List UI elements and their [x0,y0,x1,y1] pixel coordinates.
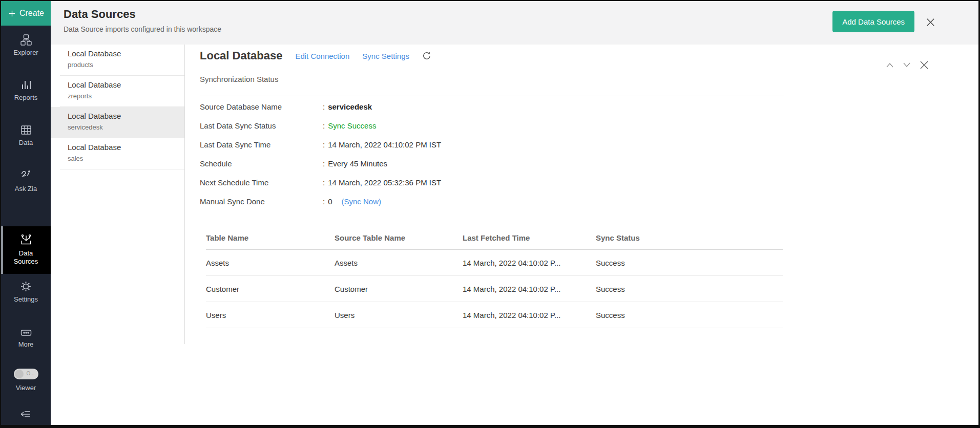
add-data-sources-button[interactable]: Add Data Sources [832,11,914,32]
cell-last-fetched-time: 14 March, 2022 04:10:02 P... [463,311,596,319]
close-icon [925,16,936,28]
sidebar-item-explorer[interactable]: Explorer [1,34,51,57]
refresh-icon[interactable] [422,51,431,61]
cell-table-name: Users [206,311,335,319]
detail-panel-controls [885,60,929,70]
edit-connection-link[interactable]: Edit Connection [295,52,349,60]
table-header-row: Table Name Source Table Name Last Fetche… [206,226,783,250]
field-label: Last Data Sync Time [200,140,323,149]
previous-source-button[interactable] [885,61,894,69]
viewer-label: Viewer [1,384,51,392]
field-label: Schedule [200,159,323,168]
create-label: Create [19,9,44,18]
app-window: Create Explorer Reports Data Ask Zia [0,0,980,428]
source-title: Local Database [68,80,184,89]
viewer-switch-block: O... Viewer [1,369,51,392]
sidebar-item-reports[interactable]: Reports [1,79,51,102]
reports-icon [1,79,51,91]
section-divider [200,96,784,96]
settings-icon [1,280,51,293]
toggle-knob [15,370,24,378]
page-subtitle: Data Source imports configured in this w… [64,25,221,33]
zia-icon [1,169,51,182]
field-label: Next Schedule Time [200,178,323,187]
collapse-sidebar-button[interactable] [1,409,51,420]
sidebar-item-label: Settings [1,295,51,304]
page-header: Data Sources Data Source imports configu… [51,1,978,45]
field-row: Last Data Sync Time : 14 March, 2022 04:… [200,135,441,154]
source-title: Local Database [68,49,184,58]
data-source-list-item[interactable]: Local Database zreports [51,76,184,107]
explorer-icon [1,34,51,46]
sync-now-link[interactable]: (Sync Now) [342,197,382,206]
cell-last-fetched-time: 14 March, 2022 04:10:02 P... [463,259,596,267]
sidebar-item-settings[interactable]: Settings [1,280,51,304]
field-label: Manual Sync Done [200,197,323,206]
tables-sync-table: Table Name Source Table Name Last Fetche… [206,226,783,328]
sync-status-fields: Source Database Name : servicedesk Last … [200,97,441,211]
data-source-list-item[interactable]: Local Database products [51,45,184,76]
field-row: Next Schedule Time : 14 March, 2022 05:3… [200,173,441,192]
cell-last-fetched-time: 14 March, 2022 04:10:02 P... [463,285,596,293]
sidebar-item-data-sources[interactable]: Data Sources [1,226,51,274]
create-button[interactable]: Create [1,1,51,26]
plus-icon [8,9,16,18]
column-header: Sync Status [596,233,783,242]
collapse-icon [19,409,33,420]
sync-settings-link[interactable]: Sync Settings [362,52,409,60]
sidebar-item-label: Data Sources [1,249,51,266]
field-value-text: servicedesk [328,102,372,111]
field-row: Schedule : Every 45 Minutes [200,154,441,173]
close-detail-button[interactable] [919,60,929,70]
field-value: : Every 45 Minutes [323,159,387,168]
data-source-list-item[interactable]: Local Database sales [51,138,184,169]
data-source-list-item[interactable]: Local Database servicedesk [51,107,184,138]
close-page-button[interactable] [925,16,936,28]
field-value-text: 0 [328,197,332,206]
source-subtitle: sales [68,155,184,162]
sidebar-item-label: Ask Zia [1,185,51,193]
source-subtitle: servicedesk [68,123,184,131]
data-sources-icon [1,233,51,247]
cell-sync-status: Success [596,259,783,267]
colon: : [323,178,325,187]
data-source-list: Local Database products Local Database z… [51,45,184,425]
field-label: Last Data Sync Status [200,121,323,130]
chevron-down-icon [902,61,911,69]
source-title: Local Database [68,143,184,152]
source-subtitle: products [68,61,184,69]
colon: : [323,102,325,111]
sidebar-item-data[interactable]: Data [1,124,51,147]
colon: : [323,140,325,149]
table-row: Assets Assets 14 March, 2022 04:10:02 P.… [206,250,783,276]
chevron-up-icon [885,61,894,69]
page-title: Data Sources [64,8,136,21]
cell-sync-status: Success [596,285,783,293]
field-value-text: Sync Success [328,121,376,130]
field-label: Source Database Name [200,102,323,111]
cell-table-name: Customer [206,285,335,293]
sidebar-item-label: Reports [1,94,51,102]
table-row: Customer Customer 14 March, 2022 04:10:0… [206,276,783,302]
sidebar-item-ask-zia[interactable]: Ask Zia [1,169,51,193]
next-source-button[interactable] [902,61,911,69]
field-value: : 0 (Sync Now) [323,197,381,206]
colon: : [323,121,325,130]
cell-source-table-name: Users [335,311,463,319]
cell-source-table-name: Customer [335,285,463,293]
source-title: Local Database [68,112,184,120]
sidebar-item-label: Data [1,139,51,147]
detail-title: Local Database [200,49,282,62]
table-row: Users Users 14 March, 2022 04:10:02 P...… [206,302,783,328]
detail-panel: Local Database Edit Connection Sync Sett… [185,45,978,425]
cell-sync-status: Success [596,311,783,319]
more-icon [1,328,51,338]
field-value-text: Every 45 Minutes [328,159,387,168]
column-header: Table Name [206,233,335,242]
field-row: Last Data Sync Status : Sync Success [200,116,441,135]
field-value: : servicedesk [323,102,372,111]
viewer-toggle[interactable]: O... [14,369,38,379]
sidebar-item-more[interactable]: More [1,328,51,349]
toggle-state-label: O... [26,371,34,376]
field-value: : Sync Success [323,121,376,130]
